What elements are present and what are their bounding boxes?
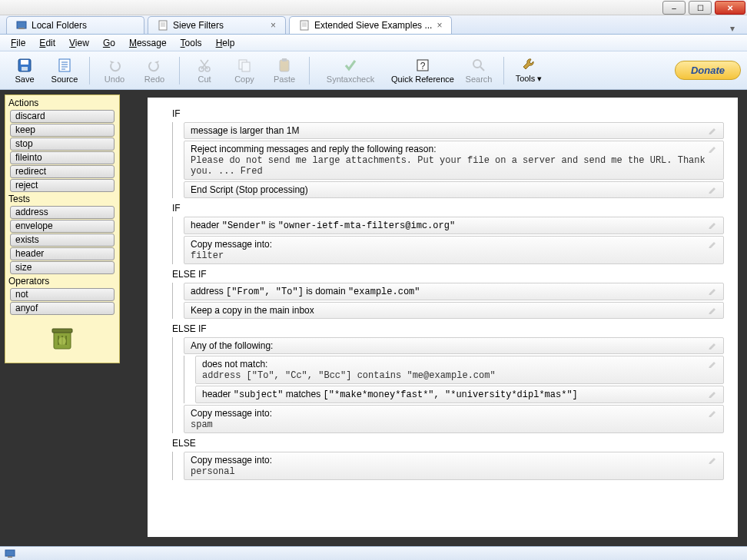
status-monitor-icon bbox=[5, 549, 15, 558]
edit-icon[interactable] bbox=[708, 359, 717, 368]
script-row[interactable]: Copy message into:filter bbox=[184, 236, 724, 264]
toolbar-label: Source bbox=[51, 75, 78, 84]
sidebar-group-operators: Operators bbox=[7, 275, 118, 287]
toolbar-tools-button[interactable]: Tools ▾ bbox=[510, 55, 547, 85]
row-text: address ["From", "To"] is domain "exampl… bbox=[191, 286, 420, 297]
edit-icon[interactable] bbox=[708, 286, 717, 295]
tab-sieve-filters[interactable]: Sieve Filters× bbox=[148, 16, 286, 34]
document-icon bbox=[158, 20, 168, 31]
menu-help[interactable]: Help bbox=[210, 36, 241, 50]
toolbar-label: Undo bbox=[105, 75, 124, 84]
toolbar-source-button[interactable]: Source bbox=[46, 56, 83, 85]
toolbar-save-button[interactable]: Save bbox=[6, 56, 43, 85]
script-row[interactable]: header "Sender" is "owner-ietf-mta-filte… bbox=[184, 217, 724, 234]
script-row[interactable]: Keep a copy in the main inbox bbox=[184, 302, 724, 319]
toolbar-separator bbox=[179, 57, 180, 84]
toolbar-separator bbox=[503, 57, 504, 84]
svg-point-16 bbox=[473, 60, 481, 68]
menu-message[interactable]: Message bbox=[123, 36, 173, 50]
script-block-elseif: ELSE IFAny of the following:does not mat… bbox=[169, 320, 724, 433]
script-row[interactable]: Copy message into:spam bbox=[184, 405, 724, 433]
toolbar-copy-button: Copy bbox=[226, 56, 263, 85]
workspace: Actionsdiscardkeepstopfileintoredirectre… bbox=[0, 90, 747, 546]
palette-size[interactable]: size bbox=[10, 261, 115, 274]
toolbar-label: Search bbox=[466, 75, 493, 84]
script-row[interactable]: Reject incomming messages and reply the … bbox=[184, 141, 724, 180]
menu-edit[interactable]: Edit bbox=[33, 36, 61, 50]
palette-exists[interactable]: exists bbox=[10, 234, 115, 247]
check-icon bbox=[343, 58, 358, 73]
row-text: header "Sender" is "owner-ietf-mta-filte… bbox=[191, 220, 455, 231]
palette-anyof[interactable]: anyof bbox=[10, 302, 115, 315]
script-row[interactable]: message is larger than 1M bbox=[184, 122, 724, 139]
edit-icon[interactable] bbox=[708, 220, 717, 229]
tab-local-folders[interactable]: Local Folders bbox=[6, 16, 144, 34]
menu-view[interactable]: View bbox=[63, 36, 95, 50]
donate-button[interactable]: Donate bbox=[675, 61, 741, 80]
trash-icon[interactable] bbox=[47, 323, 78, 353]
svg-rect-5 bbox=[21, 60, 28, 65]
copy-icon bbox=[237, 58, 252, 73]
toolbar-quickref-button[interactable]: ?Quick Reference bbox=[388, 56, 457, 85]
svg-rect-11 bbox=[242, 62, 250, 71]
toolbar-redo-button: Redo bbox=[136, 56, 173, 85]
window-titlebar: – ☐ ✕ bbox=[0, 0, 747, 15]
menu-tools[interactable]: Tools bbox=[174, 36, 208, 50]
tools-icon bbox=[521, 57, 536, 72]
svg-rect-7 bbox=[59, 59, 70, 71]
block-keyword: IF bbox=[169, 200, 724, 215]
palette-keep[interactable]: keep bbox=[10, 124, 115, 137]
edit-icon[interactable] bbox=[708, 340, 717, 350]
edit-icon[interactable] bbox=[708, 125, 717, 134]
menu-go[interactable]: Go bbox=[97, 36, 121, 50]
edit-icon[interactable] bbox=[708, 389, 717, 398]
menu-file[interactable]: File bbox=[5, 36, 32, 50]
sidebar-palette: Actionsdiscardkeepstopfileintoredirectre… bbox=[5, 94, 120, 363]
window-maximize-button[interactable]: ☐ bbox=[689, 1, 712, 15]
edit-icon[interactable] bbox=[708, 408, 717, 417]
script-row[interactable]: header "subject" matches ["*make*money*f… bbox=[195, 386, 724, 403]
script-row[interactable]: does not match:address ["To", "Cc", "Bcc… bbox=[195, 356, 724, 384]
palette-stop[interactable]: stop bbox=[10, 138, 115, 151]
palette-reject[interactable]: reject bbox=[10, 179, 115, 192]
edit-icon[interactable] bbox=[708, 184, 717, 194]
tab-overflow-dropdown[interactable]: ▾ bbox=[724, 23, 741, 34]
edit-icon[interactable] bbox=[708, 455, 717, 464]
block-keyword: ELSE IF bbox=[169, 266, 724, 281]
palette-fileinto[interactable]: fileinto bbox=[10, 151, 115, 164]
tab-label: Local Folders bbox=[32, 20, 87, 31]
palette-redirect[interactable]: redirect bbox=[10, 165, 115, 178]
svg-rect-21 bbox=[8, 556, 12, 558]
edit-icon[interactable] bbox=[708, 144, 717, 153]
palette-envelope[interactable]: envelope bbox=[10, 220, 115, 233]
tab-extended-sieve-examples-[interactable]: Extended Sieve Examples ...× bbox=[289, 16, 452, 34]
palette-not[interactable]: not bbox=[10, 288, 115, 301]
script-row[interactable]: address ["From", "To"] is domain "exampl… bbox=[184, 283, 724, 300]
script-row[interactable]: Any of the following: bbox=[184, 337, 724, 354]
palette-address[interactable]: address bbox=[10, 206, 115, 219]
edit-icon[interactable] bbox=[708, 239, 717, 248]
palette-discard[interactable]: discard bbox=[10, 110, 115, 123]
tab-close-icon[interactable]: × bbox=[271, 20, 276, 31]
palette-header[interactable]: header bbox=[10, 247, 115, 260]
svg-rect-2 bbox=[159, 21, 167, 30]
window-close-button[interactable]: ✕ bbox=[715, 1, 745, 15]
script-block-if: IFmessage is larger than 1MReject incomm… bbox=[169, 105, 724, 198]
source-icon bbox=[57, 58, 72, 73]
toolbar-paste-button: Paste bbox=[266, 56, 303, 85]
paste-icon bbox=[277, 58, 292, 73]
tab-label: Extended Sieve Examples ... bbox=[314, 20, 432, 31]
tab-close-icon[interactable]: × bbox=[437, 20, 442, 31]
svg-rect-0 bbox=[17, 22, 26, 28]
window-minimize-button[interactable]: – bbox=[662, 1, 686, 15]
tab-label: Sieve Filters bbox=[173, 20, 224, 31]
edit-icon[interactable] bbox=[708, 305, 717, 314]
toolbar-label: Paste bbox=[274, 75, 295, 84]
block-keyword: ELSE IF bbox=[169, 320, 724, 336]
row-text: Reject incomming messages and reply the … bbox=[191, 144, 708, 177]
toolbar-search-button: Search bbox=[460, 56, 497, 85]
svg-rect-12 bbox=[280, 60, 289, 71]
script-row[interactable]: Copy message into:personal bbox=[184, 452, 724, 480]
search-icon bbox=[471, 58, 486, 73]
script-row[interactable]: End Script (Stop processing) bbox=[184, 181, 724, 198]
